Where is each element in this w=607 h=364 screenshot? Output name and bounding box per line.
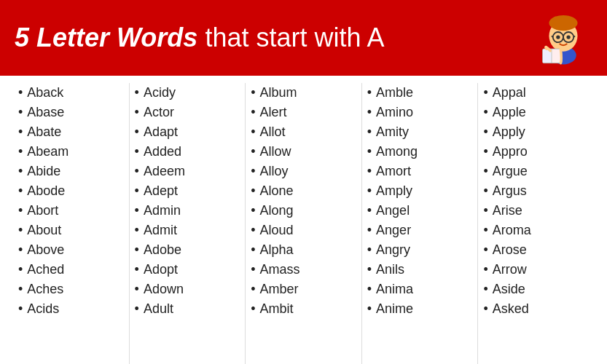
list-item: Angel: [367, 201, 473, 221]
header-title: 5 Letter Words that start with A: [15, 23, 385, 52]
word-list-2: AlbumAlertAllotAllowAlloyAloneAlongAloud…: [251, 83, 356, 319]
list-item: Appal: [483, 83, 589, 103]
list-item: Angry: [367, 240, 473, 260]
list-item: Abort: [18, 201, 124, 221]
list-item: Adapt: [135, 122, 240, 142]
list-item: Adeem: [135, 162, 240, 181]
list-item: Actor: [135, 103, 240, 122]
list-item: Arise: [483, 201, 589, 221]
list-item: Among: [367, 142, 473, 162]
list-item: Allot: [251, 122, 356, 142]
word-list-4: AppalAppleApplyApproArgueArgusAriseAroma…: [483, 83, 589, 319]
column-divider: [361, 83, 362, 364]
word-list-0: AbackAbaseAbateAbeamAbideAbodeAbortAbout…: [18, 83, 124, 319]
list-item: Arose: [483, 240, 589, 260]
column-divider: [477, 83, 478, 364]
list-item: Anime: [367, 299, 473, 319]
svg-point-10: [566, 35, 570, 39]
list-item: Album: [251, 83, 356, 103]
list-item: Asked: [483, 299, 589, 319]
column-divider: [129, 83, 130, 364]
list-item: Adobe: [135, 240, 240, 260]
list-item: Alpha: [251, 240, 356, 260]
list-item: Anger: [367, 221, 473, 240]
list-item: Amino: [367, 103, 473, 122]
list-item: Argue: [483, 162, 589, 181]
list-item: Above: [18, 240, 124, 260]
content-area: AbackAbaseAbateAbeamAbideAbodeAbortAbout…: [0, 76, 607, 364]
list-item: Amort: [367, 162, 473, 181]
column-1: AcidyActorAdaptAddedAdeemAdeptAdminAdmit…: [131, 83, 244, 364]
list-item: Amity: [367, 122, 473, 142]
svg-rect-14: [552, 50, 560, 63]
column-3: AmbleAminoAmityAmongAmortAmplyAngelAnger…: [364, 83, 477, 364]
list-item: Argus: [483, 181, 589, 201]
list-item: Abate: [18, 122, 124, 142]
list-item: Abide: [18, 162, 124, 181]
list-item: Aroma: [483, 221, 589, 240]
title-normal: that start with A: [197, 23, 384, 52]
svg-line-7: [552, 36, 553, 37]
list-item: Apply: [483, 122, 589, 142]
list-item: Appro: [483, 142, 589, 162]
list-item: Apple: [483, 103, 589, 122]
header: 5 Letter Words that start with A: [0, 0, 607, 76]
list-item: Aches: [18, 280, 124, 299]
list-item: Abeam: [18, 142, 124, 162]
list-item: Acids: [18, 299, 124, 319]
list-item: Allow: [251, 142, 356, 162]
list-item: Anils: [367, 260, 473, 280]
list-item: Adown: [135, 280, 240, 299]
column-divider: [245, 83, 246, 364]
character-illustration: [534, 9, 592, 67]
list-item: Added: [135, 142, 240, 162]
column-2: AlbumAlertAllotAllowAlloyAloneAlongAloud…: [247, 83, 360, 364]
word-list-3: AmbleAminoAmityAmongAmortAmplyAngelAnger…: [367, 83, 473, 319]
list-item: Arrow: [483, 260, 589, 280]
list-item: Aback: [18, 83, 124, 103]
svg-line-8: [573, 36, 575, 37]
list-item: Abode: [18, 181, 124, 201]
list-item: Amply: [367, 181, 473, 201]
list-item: Adult: [135, 299, 240, 319]
list-item: Admin: [135, 201, 240, 221]
list-item: Anima: [367, 280, 473, 299]
list-item: Adept: [135, 181, 240, 201]
column-4: AppalAppleApplyApproArgueArgusAriseAroma…: [479, 83, 592, 364]
word-list-1: AcidyActorAdaptAddedAdeemAdeptAdminAdmit…: [135, 83, 240, 319]
list-item: Admit: [135, 221, 240, 240]
list-item: About: [18, 221, 124, 240]
list-item: Aloud: [251, 221, 356, 240]
list-item: Along: [251, 201, 356, 221]
list-item: Ached: [18, 260, 124, 280]
column-0: AbackAbaseAbateAbeamAbideAbodeAbortAbout…: [15, 83, 128, 364]
list-item: Alone: [251, 181, 356, 201]
list-item: Aside: [483, 280, 589, 299]
svg-point-3: [549, 15, 577, 31]
list-item: Acidy: [135, 83, 240, 103]
list-item: Ambit: [251, 299, 356, 319]
list-item: Amble: [367, 83, 473, 103]
list-item: Amass: [251, 260, 356, 280]
list-item: Amber: [251, 280, 356, 299]
title-bold: 5 Letter Words: [15, 23, 197, 52]
list-item: Alert: [251, 103, 356, 122]
list-item: Adopt: [135, 260, 240, 280]
list-item: Abase: [18, 103, 124, 122]
list-item: Alloy: [251, 162, 356, 181]
svg-point-9: [556, 35, 560, 39]
